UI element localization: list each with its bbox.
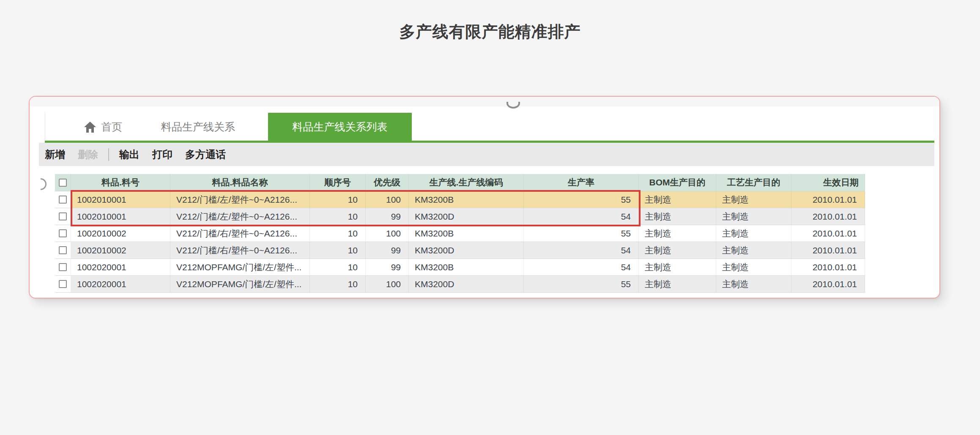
cell-料品.料品名称: V212MOPFAMG/门槛/左/塑件... — [170, 259, 310, 276]
cell-工艺生产目的: 主制造 — [716, 191, 791, 208]
checkbox-cell — [55, 242, 71, 259]
cell-优先级: 100 — [366, 225, 409, 242]
tab-bar: 首页 料品生产线关系料品生产线关系列表 — [45, 113, 934, 141]
cell-顺序号: 10 — [310, 208, 366, 225]
toolbar-button-打印[interactable]: 打印 — [152, 148, 172, 161]
column-header-生产线.生产线编码[interactable]: 生产线.生产线编码 — [409, 174, 524, 191]
table-row[interactable]: 1002010001V212/门槛/左/塑件~0~A2126...1099KM3… — [55, 208, 865, 225]
toolbar: 新增删除输出打印多方通话 — [39, 143, 934, 166]
tab-home-label: 首页 — [101, 120, 122, 134]
cell-生产线.生产线编码: KM3200B — [409, 191, 524, 208]
cell-生效日期: 2010.01.01 — [791, 259, 865, 276]
cell-优先级: 100 — [366, 191, 409, 208]
cell-生产线.生产线编码: KM3200D — [409, 276, 524, 293]
toolbar-button-输出[interactable]: 输出 — [119, 148, 140, 161]
cell-顺序号: 10 — [310, 259, 366, 276]
column-header-工艺生产目的[interactable]: 工艺生产目的 — [716, 174, 791, 191]
table-row[interactable]: 1002010001V212/门槛/左/塑件~0~A2126...10100KM… — [55, 191, 865, 208]
column-header-料品.料号[interactable]: 料品.料号 — [71, 174, 170, 191]
table-row[interactable]: 1002020001V212MOPFAMG/门槛/左/塑件...1099KM32… — [55, 259, 865, 276]
select-all-checkbox[interactable] — [59, 179, 67, 187]
column-header-BOM生产目的[interactable]: BOM生产目的 — [639, 174, 716, 191]
toolbar-button-删除: 删除 — [78, 148, 98, 161]
column-header-优先级[interactable]: 优先级 — [366, 174, 409, 191]
tab-active[interactable]: 料品生产线关系列表 — [268, 113, 412, 141]
app-window: 首页 料品生产线关系料品生产线关系列表 新增删除输出打印多方通话 料品.料号料品… — [29, 96, 940, 299]
cell-料品.料号: 1002020001 — [71, 259, 170, 276]
table-row[interactable]: 1002010002V212/门槛/右/塑件~0~A2126...10100KM… — [55, 225, 865, 242]
cell-生产线.生产线编码: KM3200B — [409, 259, 524, 276]
cell-工艺生产目的: 主制造 — [716, 225, 791, 242]
cell-生效日期: 2010.01.01 — [791, 242, 865, 259]
tab-home[interactable]: 首页 — [84, 113, 122, 141]
cell-顺序号: 10 — [310, 242, 366, 259]
cell-生产率: 54 — [524, 208, 639, 225]
toolbar-separator — [108, 148, 109, 161]
data-table: 料品.料号料品.料品名称顺序号优先级生产线.生产线编码生产率BOM生产目的工艺生… — [55, 174, 865, 293]
checkbox-cell — [55, 174, 71, 191]
cell-料品.料号: 1002020001 — [71, 276, 170, 293]
cell-料品.料号: 1002010001 — [71, 208, 170, 225]
tab-item-0[interactable]: 料品生产线关系 — [161, 113, 235, 141]
cell-料品.料品名称: V212/门槛/右/塑件~0~A2126... — [170, 225, 310, 242]
table-row[interactable]: 1002010002V212/门槛/右/塑件~0~A2126...1099KM3… — [55, 242, 865, 259]
row-checkbox[interactable] — [59, 196, 67, 204]
checkbox-cell — [55, 276, 71, 293]
cell-生产率: 54 — [524, 259, 639, 276]
cell-生产率: 55 — [524, 225, 639, 242]
card-top-strip — [30, 97, 939, 106]
home-icon — [84, 122, 96, 133]
row-checkbox[interactable] — [59, 246, 67, 254]
column-header-生产率[interactable]: 生产率 — [524, 174, 639, 191]
cell-生产率: 55 — [524, 276, 639, 293]
table-row[interactable]: 1002020001V212MOPFAMG/门槛/左/塑件...10100KM3… — [55, 276, 865, 293]
cell-料品.料号: 1002010002 — [71, 242, 170, 259]
cell-生产线.生产线编码: KM3200D — [409, 208, 524, 225]
cell-优先级: 99 — [366, 208, 409, 225]
cell-料品.料号: 1002010002 — [71, 225, 170, 242]
cell-工艺生产目的: 主制造 — [716, 259, 791, 276]
cell-料品.料品名称: V212/门槛/右/塑件~0~A2126... — [170, 242, 310, 259]
checkbox-cell — [55, 225, 71, 242]
column-header-生效日期[interactable]: 生效日期 — [791, 174, 865, 191]
cell-BOM生产目的: 主制造 — [639, 208, 716, 225]
cell-料品.料品名称: V212/门槛/左/塑件~0~A2126... — [170, 208, 310, 225]
cell-BOM生产目的: 主制造 — [639, 276, 716, 293]
cell-优先级: 99 — [366, 242, 409, 259]
cell-生效日期: 2010.01.01 — [791, 208, 865, 225]
row-checkbox[interactable] — [59, 280, 67, 288]
checkbox-cell — [55, 191, 71, 208]
cell-顺序号: 10 — [310, 225, 366, 242]
cell-料品.料品名称: V212MOPFAMG/门槛/左/塑件... — [170, 276, 310, 293]
cell-BOM生产目的: 主制造 — [639, 259, 716, 276]
cell-料品.料号: 1002010001 — [71, 191, 170, 208]
cell-工艺生产目的: 主制造 — [716, 208, 791, 225]
page-title: 多产线有限产能精准排产 — [0, 21, 980, 43]
checkbox-cell — [55, 208, 71, 225]
cell-顺序号: 10 — [310, 191, 366, 208]
panel-collapse-handle[interactable] — [41, 178, 47, 190]
cell-顺序号: 10 — [310, 276, 366, 293]
cell-生效日期: 2010.01.01 — [791, 225, 865, 242]
table-header-row: 料品.料号料品.料品名称顺序号优先级生产线.生产线编码生产率BOM生产目的工艺生… — [55, 174, 865, 191]
cell-生产率: 54 — [524, 242, 639, 259]
column-header-顺序号[interactable]: 顺序号 — [310, 174, 366, 191]
cell-优先级: 100 — [366, 276, 409, 293]
cell-生产线.生产线编码: KM3200D — [409, 242, 524, 259]
cell-BOM生产目的: 主制造 — [639, 225, 716, 242]
cell-优先级: 99 — [366, 259, 409, 276]
row-checkbox[interactable] — [59, 229, 67, 237]
column-header-料品.料品名称[interactable]: 料品.料品名称 — [170, 174, 310, 191]
cell-工艺生产目的: 主制造 — [716, 242, 791, 259]
cell-生效日期: 2010.01.01 — [791, 276, 865, 293]
cell-生产线.生产线编码: KM3200B — [409, 225, 524, 242]
toolbar-button-新增[interactable]: 新增 — [45, 148, 65, 161]
checkbox-cell — [55, 259, 71, 276]
cell-工艺生产目的: 主制造 — [716, 276, 791, 293]
row-checkbox[interactable] — [59, 212, 67, 220]
cell-生效日期: 2010.01.01 — [791, 191, 865, 208]
toolbar-button-多方通话[interactable]: 多方通话 — [185, 148, 226, 161]
arc-decoration-icon — [506, 102, 520, 109]
row-checkbox[interactable] — [59, 263, 67, 271]
cell-生产率: 55 — [524, 191, 639, 208]
